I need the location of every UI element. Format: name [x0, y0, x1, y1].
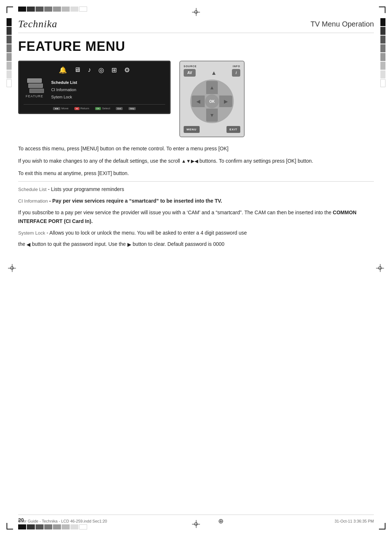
remote-dpad: ▲ ▼ ◀ ▶ OK	[190, 80, 234, 123]
images-row: 🔔 🖥 ♪ ◎ ⊞ ⚙ FEATURE	[18, 61, 374, 137]
tv-feature-stack	[27, 78, 42, 93]
remote-info-button[interactable]: i	[232, 69, 240, 77]
tv-feature-label: FEATURE	[26, 94, 43, 98]
tv-nav-btn-help: Help	[128, 107, 136, 110]
tv-feature-icon: FEATURE	[24, 79, 45, 97]
tv-menu-body: FEATURE Schedule List CI Information Syt…	[24, 79, 165, 101]
section-divider	[18, 181, 374, 182]
ci-info-section: CI Information - Pay per view services r…	[18, 197, 374, 206]
reg-mark-top	[192, 8, 200, 16]
scroll-arrows-icon: ▲▼▶◀	[181, 157, 198, 165]
tv-icon-grid: ⊞	[111, 66, 117, 74]
tv-nav-move: ◄► Move	[53, 107, 68, 110]
remote-top-buttons: AV ▲ i	[184, 69, 240, 77]
remote-up-arrow-top: ▲	[211, 69, 217, 77]
remote-exit-button[interactable]: EXIT	[226, 126, 240, 133]
tv-nav-exit: Exit	[116, 107, 122, 110]
corner-mark-tl	[7, 7, 13, 13]
ci-subscribe-text: If you subscribe to a pay per view servi…	[18, 210, 333, 215]
corner-mark-tr	[379, 7, 385, 13]
system-lock-last-text: button to quit the password input. Use t…	[32, 241, 126, 247]
system-lock-term: System Lock	[18, 230, 45, 236]
system-lock-the-word: the	[18, 241, 26, 247]
dpad-up-button[interactable]: ▲	[206, 81, 218, 94]
tv-nav-btn-return: ◄	[74, 107, 79, 110]
tv-stack-item-2	[28, 84, 43, 88]
remote-source-label: SOURCE	[184, 65, 197, 68]
page-header: Technika TV Menu Operation	[18, 18, 374, 33]
exit-note-text: To exit this menu at anytime, press [EXI…	[18, 169, 374, 178]
remote-info-label: INFO	[233, 65, 240, 68]
system-lock-last-section: the ◀ button to quit the password input.…	[18, 240, 374, 249]
tv-menu-item-2: CI Information	[51, 86, 77, 94]
tv-stack-item-1	[27, 78, 42, 83]
dpad-left-button[interactable]: ◀	[192, 96, 205, 107]
tv-icon-notifications: 🔔	[59, 66, 67, 74]
tv-icon-display: 🖥	[74, 66, 81, 74]
tv-icon-music: ♪	[88, 66, 91, 74]
remote-menu-button[interactable]: MENU	[184, 126, 200, 133]
remote-bottom-row: MENU EXIT	[184, 126, 240, 133]
tv-menu-icons: 🔔 🖥 ♪ ◎ ⊞ ⚙	[24, 66, 165, 74]
page-content: Technika TV Menu Operation FEATURE MENU …	[18, 18, 374, 518]
tv-nav-btn-move: ◄►	[53, 107, 60, 110]
strip-marks-left	[7, 18, 12, 87]
tv-icon-circle: ◎	[98, 66, 104, 74]
corner-mark-br	[379, 523, 385, 529]
corner-mark-bl	[7, 523, 13, 529]
footer-reg-mark: ⊕	[218, 517, 224, 525]
tv-screen-mockup: 🔔 🖥 ♪ ◎ ⊞ ⚙ FEATURE	[18, 61, 171, 114]
schedule-list-term: Schedule List	[18, 187, 46, 192]
brand-logo: Technika	[18, 18, 57, 30]
system-lock-desc: - Allows you to lock or unlock the menu.…	[45, 230, 247, 236]
schedule-list-section: Schedule List - Lists your programme rem…	[18, 185, 374, 194]
tv-nav-select: OK Select	[95, 107, 110, 110]
tv-nav-label-return: Return	[81, 107, 89, 110]
system-lock-last2-text: button to clear. Default password is 000…	[132, 241, 224, 247]
tv-nav-help: Help	[128, 107, 136, 110]
footer-right: 31-Oct-11 3:36:35 PM	[335, 519, 374, 523]
ci-info-desc: - Pay per view services require a “smart…	[48, 198, 222, 204]
tv-menu-list: Schedule List CI Information Sytem Lock	[51, 79, 77, 101]
schedule-list-desc: - Lists your programme reminders	[46, 186, 124, 192]
section-title: TV Menu Operation	[310, 20, 374, 28]
tv-menu-item-1: Schedule List	[51, 79, 77, 86]
page-title: FEATURE MENU	[18, 39, 374, 54]
system-lock-section: System Lock - Allows you to lock or unlo…	[18, 229, 374, 237]
tv-nav-return: ◄ Return	[74, 107, 89, 110]
tv-nav-label-select: Select	[102, 107, 110, 110]
remote-av-button[interactable]: AV	[184, 69, 196, 77]
reg-mark-right	[376, 264, 384, 272]
intro-text: To access this menu, press [MENU] button…	[18, 145, 374, 153]
dpad-ok-button[interactable]: OK	[205, 94, 219, 108]
remote-labels-row: SOURCE INFO	[184, 65, 240, 68]
tv-nav-btn-exit: Exit	[116, 107, 122, 110]
reg-mark-left	[8, 264, 16, 272]
remote-control-mockup: SOURCE INFO AV ▲ i ▲ ▼ ◀ ▶ OK	[179, 61, 245, 137]
strip-marks-top	[18, 7, 88, 12]
tv-icon-settings: ⚙	[124, 66, 130, 74]
left-arrow-icon: ◀	[26, 240, 30, 249]
footer-left: User Guide - Technika - LCD 46-259.indd …	[18, 519, 107, 523]
scroll-note-text: If you wish to make changes to any of th…	[18, 157, 374, 166]
tv-menu-item-3: Sytem Lock	[51, 94, 77, 101]
ci-subscribe-section: If you subscribe to a pay per view servi…	[18, 208, 374, 226]
dpad-down-button[interactable]: ▼	[206, 109, 218, 122]
right-arrow-icon: ▶	[127, 240, 131, 249]
ci-info-term: CI Information	[18, 198, 48, 204]
strip-marks-bottom	[18, 524, 88, 529]
tv-stack-item-3	[29, 89, 44, 93]
tv-bottom-bar: ◄► Move ◄ Return OK Select Exit Help	[24, 104, 165, 110]
page-footer: User Guide - Technika - LCD 46-259.indd …	[18, 515, 374, 525]
tv-nav-btn-select: OK	[95, 107, 101, 110]
strip-marks-right	[380, 18, 385, 87]
dpad-right-button[interactable]: ▶	[219, 96, 232, 107]
tv-nav-label-move: Move	[61, 107, 69, 110]
